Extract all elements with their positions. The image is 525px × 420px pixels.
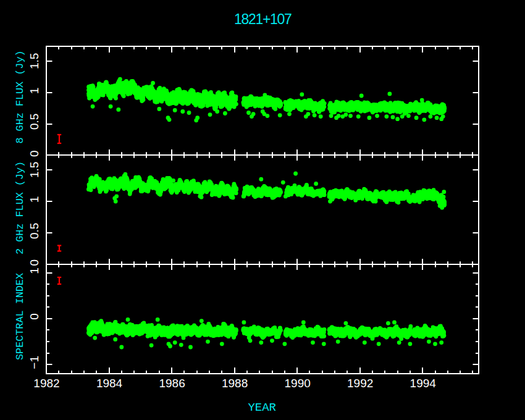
svg-text:8 GHz FLUX (Jy): 8 GHz FLUX (Jy) <box>14 50 26 143</box>
svg-text:SPECTRAL INDEX: SPECTRAL INDEX <box>14 273 26 360</box>
svg-text:1821+107: 1821+107 <box>234 11 292 27</box>
svg-text:YEAR: YEAR <box>248 401 276 414</box>
svg-text:0.5: 0.5 <box>28 114 41 130</box>
svg-text:0.5: 0.5 <box>28 223 41 239</box>
svg-text:1986: 1986 <box>159 377 185 390</box>
svg-text:1.5: 1.5 <box>28 53 41 69</box>
svg-text:1994: 1994 <box>410 377 437 390</box>
svg-text:2 GHz FLUX (Jy): 2 GHz FLUX (Jy) <box>14 161 26 254</box>
svg-text:0: 0 <box>28 259 41 266</box>
svg-text:0: 0 <box>28 150 41 157</box>
svg-text:1990: 1990 <box>285 377 311 390</box>
svg-text:1984: 1984 <box>96 377 123 390</box>
svg-text:−1: −1 <box>28 356 41 369</box>
svg-text:1.5: 1.5 <box>28 162 41 178</box>
svg-text:1982: 1982 <box>33 377 59 390</box>
svg-text:1988: 1988 <box>222 377 248 390</box>
svg-text:1: 1 <box>28 267 41 274</box>
svg-text:1: 1 <box>28 88 41 94</box>
svg-text:1: 1 <box>28 196 41 203</box>
svg-text:0: 0 <box>28 313 41 320</box>
svg-text:1992: 1992 <box>347 377 373 390</box>
